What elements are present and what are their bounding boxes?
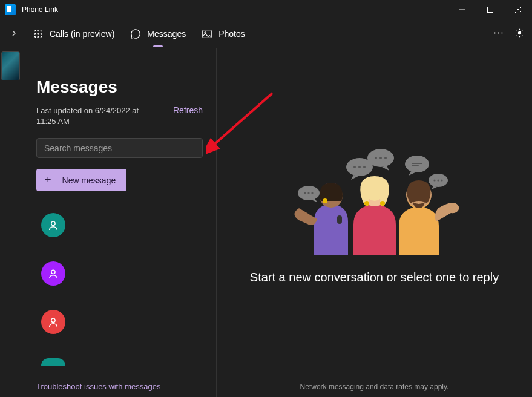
conversation-avatar[interactable]	[41, 358, 65, 366]
phone-thumbnail[interactable]	[1, 51, 20, 80]
svg-point-15	[494, 32, 495, 33]
svg-point-4	[34, 30, 36, 31]
svg-rect-32	[412, 165, 419, 166]
svg-point-43	[323, 198, 327, 203]
troubleshoot-link[interactable]: Troubleshoot issues with messages	[36, 382, 160, 391]
svg-rect-13	[203, 30, 211, 38]
svg-point-16	[498, 32, 499, 33]
nav-messages[interactable]: Messages	[130, 28, 186, 39]
svg-point-23	[353, 166, 356, 168]
conversation-avatar[interactable]	[41, 213, 65, 237]
svg-point-12	[41, 36, 42, 38]
empty-state-title: Start a new conversation or select one t…	[250, 271, 499, 284]
maximize-button[interactable]	[476, 0, 504, 19]
photos-icon	[202, 28, 212, 39]
empty-state-illustration	[281, 137, 468, 255]
svg-point-8	[38, 33, 39, 34]
nav-label: Messages	[147, 29, 186, 39]
more-icon[interactable]	[493, 28, 504, 41]
message-icon	[130, 28, 141, 39]
svg-point-39	[307, 192, 309, 194]
svg-point-11	[38, 36, 39, 38]
search-input[interactable]	[36, 138, 203, 158]
svg-point-17	[501, 32, 502, 33]
svg-point-10	[34, 36, 36, 38]
close-button[interactable]	[504, 0, 532, 19]
nav-label: Photos	[218, 29, 245, 39]
last-updated-text: Last updated on 6/24/2022 at 11:25 AM	[36, 105, 148, 127]
new-message-label: New message	[62, 176, 116, 185]
svg-point-35	[437, 179, 439, 181]
rates-note: Network messaging and data rates may app…	[300, 382, 449, 391]
svg-point-9	[41, 33, 42, 34]
nav-photos[interactable]: Photos	[202, 28, 245, 39]
svg-point-36	[441, 179, 442, 181]
svg-point-18	[518, 31, 521, 34]
nav-label: Calls (in preview)	[50, 29, 114, 39]
dialpad-icon	[33, 28, 44, 39]
plus-icon: +	[45, 174, 51, 186]
svg-point-38	[304, 192, 306, 194]
svg-point-24	[358, 166, 361, 168]
svg-point-6	[41, 30, 42, 31]
app-icon	[5, 4, 16, 15]
settings-icon[interactable]	[514, 28, 525, 41]
svg-point-45	[364, 201, 369, 206]
chevron-right-icon[interactable]	[11, 29, 17, 39]
svg-point-25	[363, 166, 366, 168]
svg-point-34	[433, 179, 435, 181]
window-controls	[448, 0, 532, 19]
refresh-link[interactable]: Refresh	[173, 105, 203, 115]
svg-point-29	[384, 157, 387, 159]
svg-point-28	[379, 157, 382, 159]
svg-point-40	[311, 192, 313, 194]
nav-bar: Calls (in preview) Messages Photos	[0, 19, 532, 48]
svg-point-19	[51, 222, 55, 226]
svg-point-27	[375, 157, 377, 159]
svg-rect-42	[337, 215, 342, 224]
svg-point-7	[34, 33, 36, 34]
conversation-avatar[interactable]	[41, 261, 65, 286]
empty-state: Start a new conversation or select one t…	[217, 48, 532, 397]
conversation-list	[36, 213, 203, 366]
svg-point-20	[51, 271, 55, 274]
svg-point-14	[205, 32, 206, 34]
minimize-button[interactable]	[448, 0, 476, 19]
new-message-button[interactable]: + New message	[36, 169, 126, 191]
svg-rect-31	[412, 163, 422, 164]
svg-rect-1	[488, 7, 493, 13]
svg-point-5	[38, 30, 39, 31]
title-bar: Phone Link	[0, 0, 532, 19]
panel-heading: Messages	[36, 77, 203, 97]
conversation-avatar[interactable]	[41, 310, 65, 334]
nav-calls[interactable]: Calls (in preview)	[33, 28, 114, 39]
svg-point-46	[380, 201, 385, 206]
messages-panel: Messages Last updated on 6/24/2022 at 11…	[23, 48, 217, 397]
app-title: Phone Link	[22, 5, 58, 14]
svg-point-21	[51, 319, 55, 323]
